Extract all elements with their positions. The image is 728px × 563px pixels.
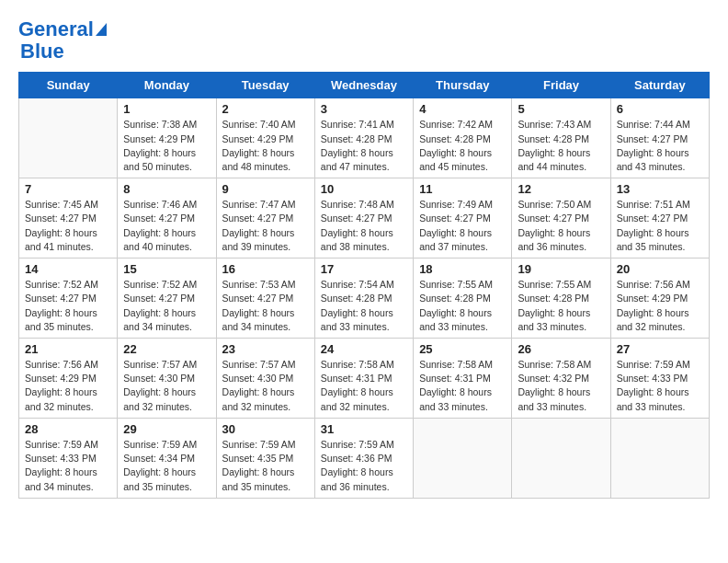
day-info-line: Sunset: 4:28 PM <box>321 293 392 304</box>
day-number: 4 <box>419 102 506 116</box>
day-info-line: and 32 minutes. <box>25 401 94 412</box>
day-info-line: Daylight: 8 hours <box>222 466 295 477</box>
calendar-cell <box>512 418 610 498</box>
day-info-line: Sunrise: 7:57 AM <box>123 359 197 370</box>
day-number: 29 <box>123 422 210 436</box>
day-number: 14 <box>25 262 111 276</box>
day-number: 17 <box>321 262 407 276</box>
calendar-cell: 23Sunrise: 7:57 AMSunset: 4:30 PMDayligh… <box>216 339 314 419</box>
day-info-line: Sunrise: 7:52 AM <box>123 279 197 290</box>
calendar-cell: 8Sunrise: 7:46 AMSunset: 4:27 PMDaylight… <box>118 178 216 259</box>
day-info-line: and 40 minutes. <box>123 241 192 252</box>
day-info-line: and 32 minutes. <box>321 401 390 412</box>
day-number: 16 <box>222 262 309 276</box>
day-number: 24 <box>321 342 407 356</box>
day-info-line: and 50 minutes. <box>123 161 192 172</box>
day-info: Sunrise: 7:49 AMSunset: 4:27 PMDaylight:… <box>419 198 506 254</box>
day-info-line: Daylight: 8 hours <box>25 307 97 318</box>
day-info-line: Sunset: 4:27 PM <box>321 213 392 224</box>
day-info-line: Sunrise: 7:40 AM <box>222 119 296 130</box>
day-number: 2 <box>222 102 309 116</box>
day-info: Sunrise: 7:57 AMSunset: 4:30 PMDaylight:… <box>123 358 210 414</box>
calendar-week-row: 1Sunrise: 7:38 AMSunset: 4:29 PMDaylight… <box>19 98 710 178</box>
day-info-line: and 33 minutes. <box>321 321 390 332</box>
day-info-line: Daylight: 8 hours <box>321 307 393 318</box>
day-info-line: Sunrise: 7:58 AM <box>518 359 591 370</box>
logo: General Blue <box>18 18 107 63</box>
day-info: Sunrise: 7:42 AMSunset: 4:28 PMDaylight:… <box>419 118 506 174</box>
day-info: Sunrise: 7:47 AMSunset: 4:27 PMDaylight:… <box>222 198 309 254</box>
calendar-cell <box>610 418 709 498</box>
day-info-line: and 35 minutes. <box>25 321 94 332</box>
calendar-cell: 20Sunrise: 7:56 AMSunset: 4:29 PMDayligh… <box>610 259 709 339</box>
calendar-cell: 9Sunrise: 7:47 AMSunset: 4:27 PMDaylight… <box>216 178 314 259</box>
calendar-table: SundayMondayTuesdayWednesdayThursdayFrid… <box>18 72 710 498</box>
day-info-line: Daylight: 8 hours <box>617 227 689 238</box>
day-info-line: Sunset: 4:31 PM <box>321 373 392 384</box>
day-info-line: Daylight: 8 hours <box>419 147 492 158</box>
day-info-line: and 32 minutes. <box>222 401 291 412</box>
day-info-line: Sunset: 4:27 PM <box>617 213 688 224</box>
day-info-line: and 33 minutes. <box>419 401 488 412</box>
day-info-line: Sunrise: 7:54 AM <box>321 279 394 290</box>
day-info-line: Daylight: 8 hours <box>25 227 97 238</box>
day-info: Sunrise: 7:59 AMSunset: 4:34 PMDaylight:… <box>123 438 210 494</box>
day-info-line: Daylight: 8 hours <box>123 466 196 477</box>
day-number: 1 <box>123 102 210 116</box>
day-info-line: Sunrise: 7:51 AM <box>617 199 690 210</box>
day-info: Sunrise: 7:45 AMSunset: 4:27 PMDaylight:… <box>25 198 111 254</box>
day-info-line: Sunrise: 7:59 AM <box>617 359 690 370</box>
calendar-cell: 2Sunrise: 7:40 AMSunset: 4:29 PMDaylight… <box>216 98 314 178</box>
calendar-cell: 14Sunrise: 7:52 AMSunset: 4:27 PMDayligh… <box>19 259 118 339</box>
day-info: Sunrise: 7:52 AMSunset: 4:27 PMDaylight:… <box>123 278 210 334</box>
day-info-line: Sunrise: 7:50 AM <box>518 199 591 210</box>
calendar-cell: 13Sunrise: 7:51 AMSunset: 4:27 PMDayligh… <box>610 178 709 259</box>
day-info-line: Sunrise: 7:59 AM <box>123 439 197 450</box>
day-info-line: Sunset: 4:27 PM <box>123 213 195 224</box>
day-info-line: and 33 minutes. <box>617 401 686 412</box>
calendar-cell: 26Sunrise: 7:58 AMSunset: 4:32 PMDayligh… <box>512 339 610 419</box>
day-info-line: Sunset: 4:32 PM <box>518 373 589 384</box>
day-info-line: Sunrise: 7:55 AM <box>419 279 493 290</box>
day-info: Sunrise: 7:59 AMSunset: 4:36 PMDaylight:… <box>321 438 407 494</box>
calendar-cell: 15Sunrise: 7:52 AMSunset: 4:27 PMDayligh… <box>118 259 216 339</box>
calendar-week-row: 14Sunrise: 7:52 AMSunset: 4:27 PMDayligh… <box>19 259 710 339</box>
day-info-line: Daylight: 8 hours <box>123 227 196 238</box>
day-number: 8 <box>123 182 210 196</box>
day-number: 13 <box>617 182 703 196</box>
day-info: Sunrise: 7:58 AMSunset: 4:31 PMDaylight:… <box>419 358 506 414</box>
day-info-line: Sunrise: 7:53 AM <box>222 279 296 290</box>
day-info-line: Daylight: 8 hours <box>222 307 295 318</box>
day-number: 26 <box>518 342 604 356</box>
day-number: 28 <box>25 422 111 436</box>
calendar-cell: 6Sunrise: 7:44 AMSunset: 4:27 PMDaylight… <box>610 98 709 178</box>
logo-text: General <box>18 18 94 40</box>
day-info: Sunrise: 7:46 AMSunset: 4:27 PMDaylight:… <box>123 198 210 254</box>
day-info-line: and 33 minutes. <box>419 321 488 332</box>
day-number: 19 <box>518 262 604 276</box>
day-info-line: Daylight: 8 hours <box>518 147 590 158</box>
day-number: 20 <box>617 262 703 276</box>
day-info-line: Sunset: 4:31 PM <box>419 373 491 384</box>
day-number: 22 <box>123 342 210 356</box>
day-info-line: Sunset: 4:27 PM <box>25 293 97 304</box>
calendar-cell: 19Sunrise: 7:55 AMSunset: 4:28 PMDayligh… <box>512 259 610 339</box>
day-info-line: and 35 minutes. <box>222 481 291 492</box>
day-info-line: and 33 minutes. <box>518 321 586 332</box>
day-info: Sunrise: 7:44 AMSunset: 4:27 PMDaylight:… <box>617 118 703 174</box>
calendar-cell: 11Sunrise: 7:49 AMSunset: 4:27 PMDayligh… <box>414 178 512 259</box>
day-info: Sunrise: 7:59 AMSunset: 4:33 PMDaylight:… <box>25 438 111 494</box>
day-info-line: and 33 minutes. <box>518 401 586 412</box>
day-number: 23 <box>222 342 309 356</box>
day-number: 7 <box>25 182 111 196</box>
day-info-line: Sunset: 4:28 PM <box>518 293 589 304</box>
day-info: Sunrise: 7:58 AMSunset: 4:31 PMDaylight:… <box>321 358 407 414</box>
day-number: 9 <box>222 182 309 196</box>
calendar-cell: 4Sunrise: 7:42 AMSunset: 4:28 PMDaylight… <box>414 98 512 178</box>
day-number: 21 <box>25 342 111 356</box>
day-info-line: Sunset: 4:27 PM <box>617 133 688 144</box>
day-info-line: Sunrise: 7:44 AM <box>617 119 690 130</box>
day-info-line: Sunset: 4:27 PM <box>123 293 195 304</box>
day-info-line: Sunrise: 7:41 AM <box>321 119 394 130</box>
day-info-line: Sunset: 4:33 PM <box>25 453 97 464</box>
